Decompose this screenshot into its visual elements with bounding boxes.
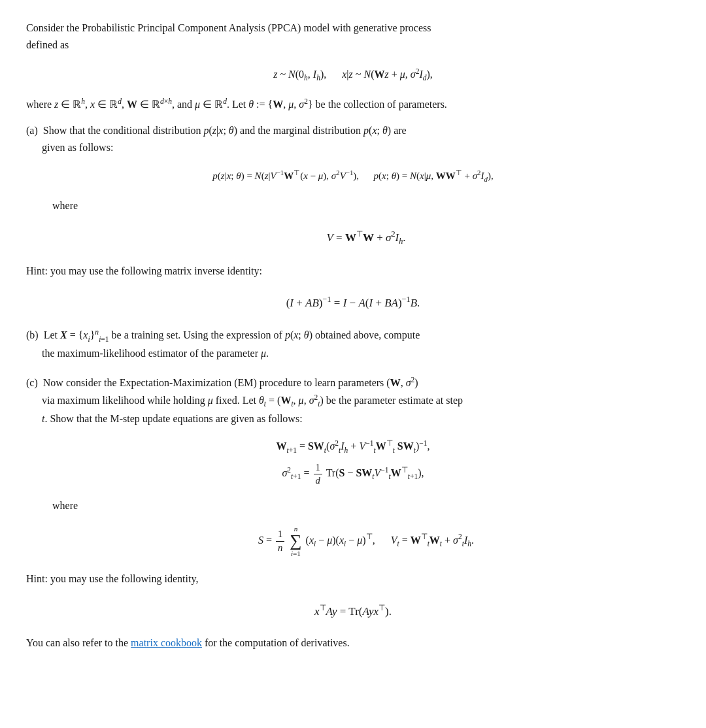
part-a-where: where V = W⊤W + σ2Ih. bbox=[52, 197, 680, 248]
part-c-where: where S = 1 n n ∑ i=1 (xi − μ)(xi − μ)⊤,… bbox=[52, 497, 680, 557]
part-b-text: (b) Let X = {xi}ni=1 be a training set. … bbox=[26, 326, 680, 362]
mstep-eq1: Wt+1 = SWt(σ2tIh + V−1tW⊤t SWt)−1, bbox=[26, 437, 680, 456]
part-c-text: (c) Now consider the Expectation-Maximiz… bbox=[26, 374, 680, 427]
part-c-hint: Hint: you may use the following identity… bbox=[26, 571, 680, 587]
gen-eq-x: x|z ~ N(Wz + μ, σ2Id), bbox=[342, 69, 433, 80]
part-a-text: (a) Show that the conditional distributi… bbox=[26, 122, 680, 156]
part-b-label: (b) bbox=[26, 329, 39, 340]
mstep-equations: Wt+1 = SWt(σ2tIh + V−1tW⊤t SWt)−1, σ2t+1… bbox=[26, 437, 680, 487]
gen-eq-z: z ~ N(0h, Ih), bbox=[273, 69, 329, 80]
V-equation: V = W⊤W + σ2Ih. bbox=[52, 228, 680, 248]
where-clause: where z ∈ ℝh, x ∈ ℝd, W ∈ ℝd×h, and μ ∈ … bbox=[26, 95, 680, 113]
part-a-hint: Hint: you may use the following matrix i… bbox=[26, 263, 680, 280]
intro-text2: defined as bbox=[26, 39, 69, 50]
identity-equation: x⊤Ay = Tr(Ayx⊤). bbox=[26, 602, 680, 620]
intro-paragraph: Consider the Probabilistic Principal Com… bbox=[26, 20, 680, 53]
matrix-cookbook-link[interactable]: matrix cookbook bbox=[131, 637, 202, 648]
part-b: (b) Let X = {xi}ni=1 be a training set. … bbox=[26, 326, 680, 362]
part-a-label: (a) bbox=[26, 125, 38, 136]
part-a: (a) Show that the conditional distributi… bbox=[26, 122, 680, 312]
footer-text: You can also refer to the matrix cookboo… bbox=[26, 635, 680, 652]
mstep-eq2: σ2t+1 = 1 d Tr(S − SWtV−1tW⊤t+1), bbox=[26, 461, 680, 487]
matrix-inverse-identity: (I + AB)−1 = I − A(I + BA)−1B. bbox=[26, 293, 680, 312]
part-c: (c) Now consider the Expectation-Maximiz… bbox=[26, 374, 680, 651]
part-a-equations: p(z|x; θ) = N(z|V−1W⊤(x − μ), σ2V−1), p(… bbox=[26, 167, 680, 185]
part-c-label: (c) bbox=[26, 377, 38, 388]
intro-text1: Consider the Probabilistic Principal Com… bbox=[26, 22, 431, 33]
S-Vt-equations: S = 1 n n ∑ i=1 (xi − μ)(xi − μ)⊤, Vt = … bbox=[52, 525, 680, 557]
generative-equation: z ~ N(0h, Ih), x|z ~ N(Wz + μ, σ2Id), bbox=[26, 65, 680, 84]
